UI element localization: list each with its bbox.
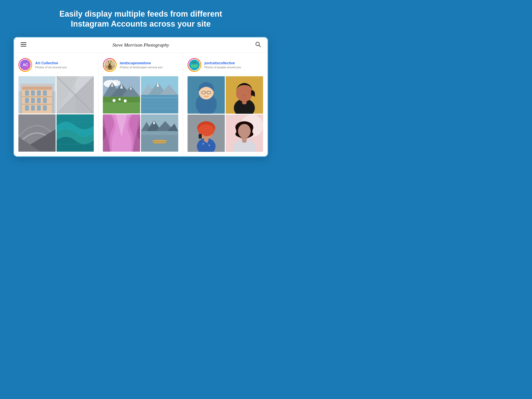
feed-desc-portraits: Photos of people around you (204, 66, 241, 69)
land-photo-1[interactable] (103, 76, 140, 114)
svg-rect-46 (111, 68, 112, 70)
svg-point-48 (109, 64, 111, 65)
svg-rect-43 (108, 68, 109, 70)
svg-point-66 (113, 99, 115, 102)
svg-rect-75 (141, 97, 178, 98)
photo-grid-portraits (188, 76, 263, 152)
feed-landscapeswelove: landscapeswelove Photos of landscapes ar… (98, 53, 183, 156)
svg-point-114 (208, 145, 210, 146)
svg-rect-23 (22, 96, 52, 97)
site-title: Steve Morrison Photography (112, 42, 169, 48)
svg-rect-17 (37, 98, 41, 103)
feeds-area: AC Art Collective Photos of art around y… (14, 53, 267, 156)
svg-rect-15 (25, 98, 29, 103)
port-photo-3[interactable] (188, 115, 225, 152)
svg-rect-22 (43, 105, 47, 111)
svg-rect-11 (25, 90, 29, 96)
svg-rect-13 (37, 90, 41, 96)
svg-line-4 (259, 45, 260, 47)
land-photo-4[interactable] (141, 114, 178, 152)
feed-info-art: Art Collective Photos of art around you (35, 61, 67, 69)
art-photo-1[interactable] (18, 76, 56, 114)
avatar-art: AC (20, 60, 31, 70)
art-photo-4[interactable] (57, 114, 94, 152)
feed-name-portraits: portraitscollective (204, 61, 241, 65)
svg-rect-88 (141, 131, 178, 135)
hamburger-icon[interactable] (21, 42, 26, 48)
feed-desc-art: Photos of art around you (35, 66, 67, 69)
avatar-inner-portraits (188, 59, 200, 71)
svg-point-98 (196, 69, 199, 70)
photo-grid-art (18, 76, 94, 152)
svg-rect-120 (199, 134, 202, 138)
feed-desc-landscapes: Photos of landscapes around you (120, 66, 163, 69)
avatar-ring-art: AC (18, 58, 32, 72)
svg-rect-10 (22, 87, 52, 89)
svg-rect-44 (109, 68, 110, 70)
svg-rect-14 (43, 90, 47, 96)
feed-portraitscollective: portraitscollective Photos of people aro… (183, 53, 267, 156)
avatar-ring-landscapes (103, 58, 117, 72)
port-photo-4[interactable] (226, 115, 263, 152)
feed-name-landscapes: landscapeswelove (120, 61, 163, 65)
feed-info-landscapes: landscapeswelove Photos of landscapes ar… (120, 61, 163, 69)
svg-rect-0 (21, 42, 26, 43)
headline-line2: Instagram Accounts across your site (59, 19, 222, 29)
svg-rect-19 (25, 105, 29, 111)
browser-frame: Steve Morrison Photography AC Art Collec… (13, 37, 268, 157)
svg-rect-20 (31, 105, 35, 111)
browser-toolbar: Steve Morrison Photography (14, 38, 267, 53)
feed-header-portraits: portraitscollective Photos of people aro… (188, 58, 263, 72)
feed-art-collective: AC Art Collective Photos of art around y… (14, 53, 98, 156)
feed-info-portraits: portraitscollective Photos of people aro… (204, 61, 241, 69)
svg-rect-16 (31, 98, 35, 103)
svg-point-97 (189, 68, 192, 69)
svg-rect-12 (31, 90, 35, 96)
art-photo-3[interactable] (18, 114, 56, 152)
svg-point-112 (202, 143, 204, 145)
svg-rect-24 (22, 104, 52, 104)
svg-rect-45 (110, 68, 111, 70)
feed-name-art: Art Collective (35, 61, 67, 65)
avatar-ring-portraits (188, 58, 201, 72)
land-photo-2[interactable] (141, 76, 178, 114)
svg-point-109 (243, 95, 246, 96)
headline-line1: Easily display multiple feeds from diffe… (59, 9, 222, 19)
feed-header-art: AC Art Collective Photos of art around y… (18, 58, 94, 72)
photo-grid-landscapes (103, 76, 178, 152)
svg-rect-21 (37, 105, 41, 111)
svg-point-94 (191, 64, 197, 67)
land-photo-3[interactable] (103, 114, 140, 152)
art-photo-2[interactable] (57, 76, 94, 114)
avatar-inner-art: AC (19, 59, 31, 71)
port-photo-1[interactable] (188, 76, 225, 114)
svg-rect-2 (21, 46, 26, 47)
svg-point-108 (236, 85, 253, 101)
svg-rect-65 (103, 102, 140, 114)
avatar-inner-landscapes (104, 59, 116, 71)
svg-point-130 (238, 124, 251, 138)
svg-point-67 (119, 98, 121, 101)
feed-header-landscapes: landscapeswelove Photos of landscapes ar… (103, 58, 178, 72)
svg-rect-1 (21, 44, 26, 45)
search-icon[interactable] (255, 41, 261, 49)
headline: Easily display multiple feeds from diffe… (59, 9, 222, 29)
svg-point-68 (124, 99, 127, 102)
port-photo-2[interactable] (226, 76, 263, 114)
svg-rect-28 (57, 76, 75, 114)
svg-rect-18 (43, 98, 47, 103)
